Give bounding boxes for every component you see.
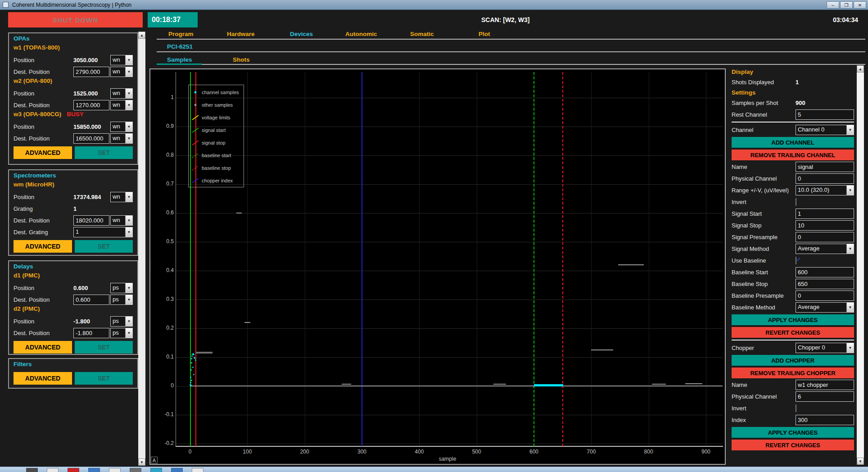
invert-checkbox[interactable] [796, 198, 796, 206]
signal-start-input[interactable] [796, 209, 854, 219]
chevron-down-icon[interactable]: ▼ [846, 186, 854, 195]
tab-somatic[interactable]: Somatic [410, 31, 434, 37]
opas-advanced-button[interactable]: ADVANCED [14, 146, 72, 159]
w1-position-units-dropdown[interactable]: wn▼ [110, 55, 133, 65]
chevron-down-icon[interactable]: ▼ [846, 244, 854, 254]
spectrometers-set-button[interactable]: SET [75, 240, 133, 253]
tab-shots[interactable]: Shots [233, 56, 250, 63]
w3-position-units-dropdown[interactable]: wn▼ [110, 122, 133, 132]
plot-canvas[interactable]: volts sample A 10.90.80.70.60.50.40.30.2… [149, 68, 726, 465]
chevron-down-icon[interactable]: ▼ [125, 295, 132, 304]
taskbar-icon[interactable] [192, 468, 203, 472]
chevron-down-icon[interactable]: ▼ [125, 67, 132, 77]
rest-channel-input[interactable] [796, 109, 854, 120]
d1-dest-units-dropdown[interactable]: ps▼ [110, 295, 133, 305]
tab-autonomic[interactable]: Autonomic [345, 31, 377, 37]
w1-dest-units-dropdown[interactable]: wn▼ [110, 67, 133, 77]
chopper-revert-button[interactable]: REVERT CHANGES [732, 440, 854, 450]
wm-dest-input[interactable] [73, 215, 109, 226]
chevron-down-icon[interactable]: ▼ [125, 216, 132, 225]
delays-set-button[interactable]: SET [75, 341, 133, 354]
add-channel-button[interactable]: ADD CHANNEL [732, 137, 854, 148]
tab-samples[interactable]: Samples [167, 56, 192, 63]
maximize-icon[interactable]: ❐ [840, 1, 853, 9]
tab-hardware[interactable]: Hardware [227, 31, 255, 37]
range-dropdown[interactable]: 10.0 (320.0)▼ [796, 185, 854, 195]
filters-set-button[interactable]: SET [75, 372, 133, 385]
taskbar-icon[interactable] [26, 468, 38, 472]
spectrometers-advanced-button[interactable]: ADVANCED [14, 240, 72, 253]
tab-devices[interactable]: Devices [290, 31, 313, 37]
taskbar-icon[interactable] [47, 468, 59, 472]
scroll-down-icon[interactable]: ▼ [138, 458, 145, 466]
chevron-down-icon[interactable]: ▼ [125, 55, 132, 65]
use-baseline-checkbox[interactable] [796, 257, 796, 264]
chopper-index-input[interactable] [796, 415, 854, 425]
delays-advanced-button[interactable]: ADVANCED [14, 341, 72, 354]
wm-position-units-dropdown[interactable]: wn▼ [110, 192, 133, 202]
taskbar-icon[interactable] [88, 468, 100, 472]
w2-dest-input[interactable] [73, 100, 109, 110]
channel-apply-button[interactable]: APPLY CHANGES [732, 314, 854, 325]
w3-dest-units-dropdown[interactable]: wn▼ [110, 133, 133, 144]
baseline-stop-input[interactable] [796, 279, 854, 289]
chevron-down-icon[interactable]: ▼ [125, 122, 132, 132]
chevron-down-icon[interactable]: ▼ [125, 328, 132, 338]
chevron-down-icon[interactable]: ▼ [125, 192, 132, 202]
taskbar-icon[interactable] [130, 468, 141, 472]
baseline-presample-input[interactable] [796, 290, 854, 301]
chevron-down-icon[interactable]: ▼ [125, 134, 132, 143]
baseline-start-input[interactable] [796, 267, 854, 277]
w2-dest-units-dropdown[interactable]: wn▼ [110, 100, 133, 110]
taskbar-icon[interactable] [150, 468, 162, 472]
scroll-up-icon[interactable]: ▲ [138, 32, 145, 39]
opas-set-button[interactable]: SET [75, 146, 133, 159]
chopper-physical-channel-input[interactable] [796, 391, 854, 402]
left-scrollbar[interactable]: ▲ ▼ [138, 32, 145, 466]
d2-position-units-dropdown[interactable]: ps▼ [110, 316, 133, 327]
chevron-down-icon[interactable]: ▼ [125, 89, 132, 98]
d1-dest-input[interactable] [73, 295, 109, 305]
remove-trailing-chopper-button[interactable]: REMOVE TRAILING CHOPPER [732, 368, 854, 378]
w1-dest-input[interactable] [73, 67, 109, 77]
taskbar-icon[interactable] [171, 468, 183, 472]
minimize-icon[interactable]: – [827, 1, 839, 9]
physical-channel-input[interactable] [796, 173, 854, 184]
scroll-down-icon[interactable]: ▼ [857, 458, 864, 465]
scroll-up-icon[interactable]: ▲ [857, 65, 864, 73]
signal-presample-input[interactable] [796, 232, 854, 242]
chevron-down-icon[interactable]: ▼ [846, 343, 854, 353]
taskbar[interactable] [0, 467, 868, 472]
remove-trailing-channel-button[interactable]: REMOVE TRAILING CHANNEL [732, 150, 854, 160]
autoscale-button[interactable]: A [151, 457, 158, 463]
channel-revert-button[interactable]: REVERT CHANGES [732, 327, 854, 338]
wm-dest-grating-dropdown[interactable]: 1▼ [73, 227, 133, 237]
close-icon[interactable]: ✕ [854, 1, 866, 9]
channel-name-input[interactable] [796, 162, 854, 172]
tab-program[interactable]: Program [168, 31, 194, 37]
w3-dest-input[interactable] [73, 133, 109, 144]
filters-advanced-button[interactable]: ADVANCED [14, 372, 72, 385]
chopper-name-input[interactable] [796, 380, 854, 390]
chevron-down-icon[interactable]: ▼ [846, 125, 854, 135]
chevron-down-icon[interactable]: ▼ [125, 317, 132, 326]
taskbar-icon[interactable] [109, 468, 121, 472]
chopper-apply-button[interactable]: APPLY CHANGES [732, 427, 854, 438]
signal-method-dropdown[interactable]: Average▼ [796, 244, 854, 254]
taskbar-icon[interactable] [68, 468, 79, 472]
shutdown-button[interactable]: SHUT DOWN [8, 12, 143, 27]
tab-pci-6251[interactable]: PCI-6251 [167, 43, 193, 50]
w2-position-units-dropdown[interactable]: wn▼ [110, 88, 133, 99]
wm-dest-units-dropdown[interactable]: wn▼ [110, 215, 133, 226]
channel-dropdown[interactable]: Channel 0▼ [796, 125, 854, 135]
tab-plot[interactable]: Plot [479, 31, 490, 37]
signal-stop-input[interactable] [796, 220, 854, 231]
chevron-down-icon[interactable]: ▼ [125, 227, 132, 237]
d2-dest-input[interactable] [73, 328, 109, 338]
add-chopper-button[interactable]: ADD CHOPPER [732, 355, 854, 366]
baseline-method-dropdown[interactable]: Average▼ [796, 302, 854, 313]
right-scrollbar[interactable]: ▲ ▼ [857, 65, 864, 465]
chopper-invert-checkbox[interactable] [796, 404, 796, 412]
d1-position-units-dropdown[interactable]: ps▼ [110, 283, 133, 293]
d2-dest-units-dropdown[interactable]: ps▼ [110, 328, 133, 338]
